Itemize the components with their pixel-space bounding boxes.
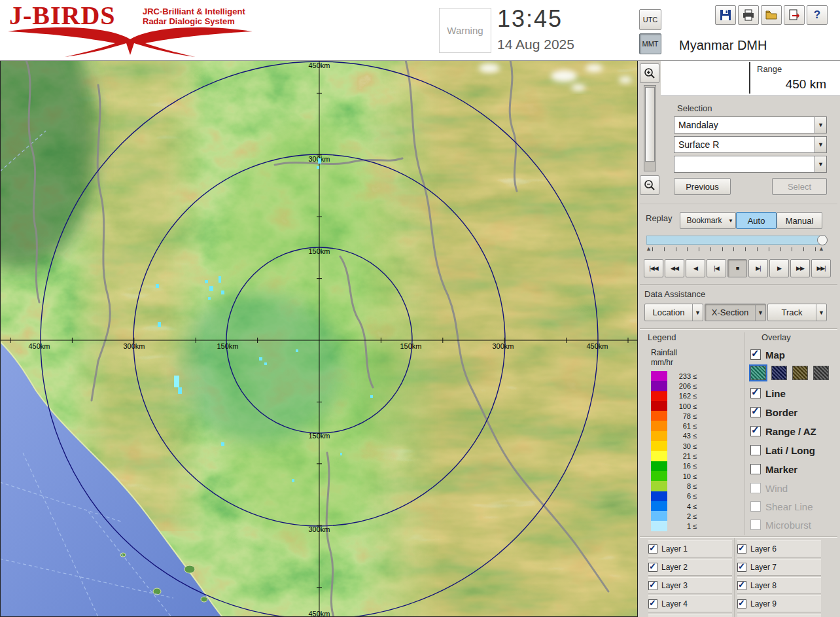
chevron-down-icon[interactable]: ▼ <box>692 304 703 321</box>
bookmark-button[interactable]: Bookmark ▼ <box>680 212 736 229</box>
marker-checkbox[interactable] <box>750 464 761 474</box>
location-button[interactable]: Location ▼ <box>644 304 703 321</box>
chevron-down-icon[interactable]: ▼ <box>816 304 826 321</box>
lati-long-checkbox[interactable] <box>750 445 761 455</box>
zoom-slider[interactable] <box>644 85 656 171</box>
selection-dropdown-1-value: Mandalay <box>674 120 814 130</box>
range-az-checkbox[interactable] <box>750 426 761 436</box>
layer-1-checkbox[interactable] <box>648 544 657 554</box>
print-button[interactable] <box>738 5 759 25</box>
layer-4-row[interactable]: Layer 4 <box>648 595 732 612</box>
layer-8-row[interactable]: Layer 8 <box>737 577 821 594</box>
map-checkbox[interactable] <box>750 349 761 360</box>
overlay-label: Border <box>765 407 797 418</box>
warning-button[interactable]: Warning <box>439 8 491 53</box>
auto-button[interactable]: Auto <box>736 212 777 229</box>
timeline-end-marker[interactable]: ▲ <box>818 246 824 251</box>
line-checkbox[interactable] <box>750 388 761 398</box>
legend-swatch <box>651 371 667 381</box>
x-section-button[interactable]: X-Section ▼ <box>705 304 766 321</box>
layer-3-row[interactable]: Layer 3 <box>648 577 732 594</box>
skip-to-end-button[interactable]: ▶▶| <box>811 259 831 277</box>
zoom-out-button[interactable] <box>640 175 659 195</box>
layer-8-checkbox[interactable] <box>737 581 746 590</box>
export-button[interactable] <box>784 5 805 25</box>
layer-7-row[interactable]: Layer 7 <box>737 559 821 576</box>
layer-9-row[interactable]: Layer 9 <box>737 595 821 612</box>
layer-3-checkbox[interactable] <box>648 581 657 590</box>
border-checkbox[interactable] <box>750 407 761 417</box>
legend-entry: 100≤ <box>651 401 697 411</box>
overlay-label: Microburst <box>765 520 811 531</box>
layer-2-row[interactable]: Layer 2 <box>648 559 732 576</box>
radar-map[interactable]: 450km 300km 150km 150km 300km 450km 450k… <box>0 60 638 617</box>
step-back-button[interactable]: |◀ <box>707 259 726 277</box>
replay-timeline-slider[interactable] <box>646 236 826 245</box>
selection-dropdown-1[interactable]: Mandalay ▼ <box>674 116 827 133</box>
fast-forward-button[interactable]: ▶▶ <box>790 259 810 277</box>
legend-entry: 162≤ <box>651 391 697 401</box>
layer-label: Layer 4 <box>661 599 688 608</box>
mmt-label: MMT <box>642 40 658 48</box>
chevron-down-icon[interactable]: ▼ <box>814 137 826 152</box>
layer-6-row[interactable]: Layer 6 <box>737 540 821 557</box>
skip-to-start-button[interactable]: |◀◀ <box>644 259 663 277</box>
legend-entry: 233≤ <box>651 371 697 381</box>
map-style-swatch-4[interactable] <box>813 366 829 380</box>
print-icon <box>742 9 755 22</box>
map-style-swatch-3[interactable] <box>792 366 808 380</box>
legend-entry: 61≤ <box>651 421 697 431</box>
help-button[interactable]: ? <box>807 5 828 25</box>
map-style-swatch-1[interactable] <box>750 366 766 380</box>
chevron-down-icon[interactable]: ▼ <box>755 304 765 321</box>
overlay-label: Line <box>765 388 786 399</box>
rewind-button[interactable]: ◀◀ <box>665 259 684 277</box>
layer-4-checkbox[interactable] <box>648 599 657 608</box>
layer-6-checkbox[interactable] <box>737 544 746 554</box>
selection-dropdown-2[interactable]: Surface R ▼ <box>674 136 827 153</box>
overlay-item-map[interactable]: Map <box>750 348 785 361</box>
ring-label: 300km <box>492 342 514 350</box>
chevron-down-icon[interactable]: ▼ <box>814 156 826 172</box>
selection-dropdown-3[interactable]: ▼ <box>674 156 827 173</box>
legend-swatch <box>651 441 667 451</box>
play-backward-button[interactable]: ◀ <box>686 259 705 277</box>
overlay-item-lati-long[interactable]: Lati / Long <box>750 444 815 457</box>
step-forward-button[interactable]: ▶| <box>748 259 768 277</box>
map-style-swatch-2[interactable] <box>771 366 787 380</box>
legend-scale: 233≤ 206≤ 162≤ 100≤ 78≤ 61≤ 43≤ 30≤ 21≤ … <box>651 371 697 531</box>
overlay-item-border[interactable]: Border <box>750 406 797 419</box>
overlay-item-marker[interactable]: Marker <box>750 463 797 476</box>
play-button[interactable]: ▶ <box>769 259 789 277</box>
save-button[interactable] <box>715 5 736 25</box>
select-button[interactable]: Select <box>772 178 827 195</box>
chevron-down-icon[interactable]: ▼ <box>814 117 826 133</box>
previous-button[interactable]: Previous <box>674 178 731 195</box>
open-folder-button[interactable] <box>761 5 782 25</box>
track-button[interactable]: Track ▼ <box>767 304 827 321</box>
overlay-item-range-az[interactable]: Range / AZ <box>750 425 816 438</box>
stop-icon: ■ <box>736 265 739 272</box>
selection-dropdown-2-value: Surface R <box>674 139 814 150</box>
timeline-thumb[interactable] <box>817 235 828 245</box>
logo-tagline: JRC-Brilliant & Intelligent Radar Dialog… <box>143 7 245 26</box>
previous-label: Previous <box>686 182 719 192</box>
separator <box>640 328 837 330</box>
layer-7-checkbox[interactable] <box>737 563 746 572</box>
layer-5-row[interactable]: Layer 5 <box>648 614 732 617</box>
layer-label: Layer 9 <box>750 599 777 608</box>
utc-button[interactable]: UTC <box>639 9 661 30</box>
legend-title: Legend <box>648 332 676 342</box>
layer-10-row[interactable]: Layer 10 <box>737 614 821 617</box>
layer-2-checkbox[interactable] <box>648 563 657 572</box>
overlay-item-line[interactable]: Line <box>750 387 786 400</box>
timeline-start-marker[interactable]: ▲ <box>646 246 652 251</box>
layer-9-checkbox[interactable] <box>737 599 746 608</box>
layer-label: Layer 3 <box>661 581 688 590</box>
layer-1-row[interactable]: Layer 1 <box>648 540 732 557</box>
zoom-slider-thumb[interactable] <box>645 87 655 162</box>
manual-button[interactable]: Manual <box>777 212 822 229</box>
mmt-button[interactable]: MMT <box>639 33 661 54</box>
stop-button[interactable]: ■ <box>727 259 747 277</box>
zoom-in-button[interactable] <box>640 63 659 83</box>
